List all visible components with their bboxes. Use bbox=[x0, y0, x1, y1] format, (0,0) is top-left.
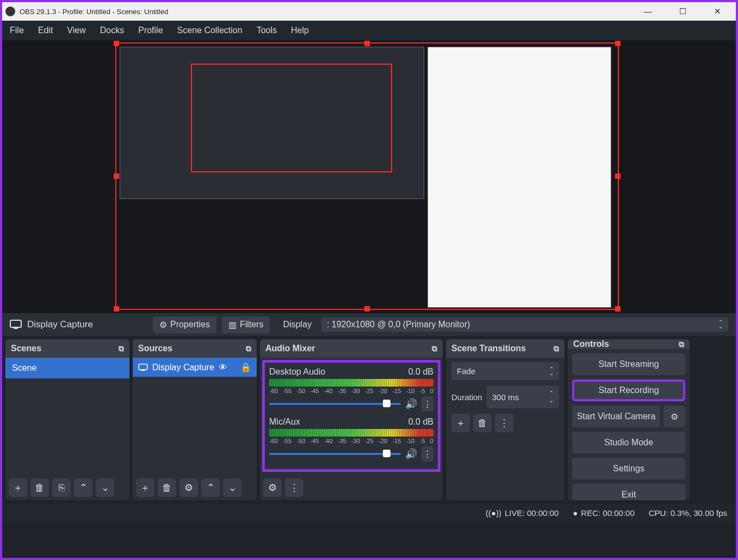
menubar: File Edit View Docks Profile Scene Colle… bbox=[2, 21, 736, 40]
obs-logo-icon bbox=[5, 7, 15, 16]
add-transition-button[interactable]: ＋ bbox=[451, 414, 470, 432]
properties-button[interactable]: ⚙ Properties bbox=[153, 316, 216, 333]
popout-icon[interactable]: ⧉ bbox=[679, 340, 684, 349]
move-source-up-button[interactable]: ⌃ bbox=[201, 478, 220, 497]
close-button[interactable]: ✕ bbox=[706, 7, 728, 16]
scene-transitions-panel: Scene Transitions ⧉ Fade ⌃⌄ Duration 300… bbox=[446, 339, 565, 500]
delete-transition-button[interactable]: 🗑 bbox=[473, 414, 492, 432]
filters-button[interactable]: ▥ Filters bbox=[222, 316, 270, 333]
lock-icon[interactable]: 🔒 bbox=[240, 362, 251, 372]
vu-ticks: -60-55-50-45-40-35-30-25-20-15-10-50 bbox=[269, 438, 433, 444]
channel-level: 0.0 dB bbox=[408, 417, 433, 427]
menu-tools[interactable]: Tools bbox=[257, 26, 277, 35]
source-item-label: Display Capture bbox=[152, 363, 214, 372]
live-status: LIVE: 00:00:00 bbox=[505, 508, 559, 518]
scene-filter-button[interactable]: ⎘ bbox=[52, 478, 71, 497]
vu-meter bbox=[269, 429, 433, 437]
source-item[interactable]: Display Capture 👁 🔒 bbox=[133, 358, 257, 377]
popout-icon[interactable]: ⧉ bbox=[119, 344, 124, 353]
current-source-label: Display Capture bbox=[27, 319, 93, 330]
controls-panel: Controls ⧉ Start Streaming Start Recordi… bbox=[568, 339, 690, 500]
exit-button[interactable]: Exit bbox=[572, 484, 685, 500]
audio-mixer-highlight: Desktop Audio 0.0 dB -60-55-50-45-40-35-… bbox=[262, 360, 441, 472]
mixer-channel-desktop: Desktop Audio 0.0 dB -60-55-50-45-40-35-… bbox=[269, 367, 433, 412]
menu-view[interactable]: View bbox=[67, 26, 85, 35]
vu-ticks: -60-55-50-45-40-35-30-25-20-15-10-50 bbox=[269, 388, 433, 394]
transition-menu-button[interactable]: ⋮ bbox=[495, 414, 513, 432]
move-scene-down-button[interactable]: ⌄ bbox=[96, 478, 114, 497]
channel-menu-button[interactable]: ⋮ bbox=[421, 396, 433, 412]
mixer-settings-button[interactable]: ⚙ bbox=[263, 478, 282, 497]
channel-name: Desktop Audio bbox=[269, 367, 325, 377]
display-label: Display bbox=[283, 320, 311, 329]
eye-icon[interactable]: 👁 bbox=[219, 363, 227, 372]
menu-help[interactable]: Help bbox=[291, 26, 309, 35]
rec-status: REC: 00:00:00 bbox=[581, 508, 634, 518]
audio-mixer-title: Audio Mixer bbox=[265, 344, 315, 353]
popout-icon[interactable]: ⧉ bbox=[554, 344, 559, 353]
virtual-camera-settings-button[interactable]: ⚙ bbox=[663, 406, 685, 427]
popout-icon[interactable]: ⧉ bbox=[432, 344, 437, 353]
record-dot-icon: ● bbox=[573, 508, 578, 518]
speaker-icon[interactable]: 🔊 bbox=[405, 448, 417, 460]
mixer-menu-button[interactable]: ⋮ bbox=[285, 478, 303, 497]
broadcast-icon: ((●)) bbox=[486, 508, 501, 518]
settings-button[interactable]: Settings bbox=[572, 458, 685, 480]
studio-mode-button[interactable]: Studio Mode bbox=[572, 432, 685, 453]
preview-canvas[interactable] bbox=[2, 40, 736, 313]
window-title: OBS 29.1.3 - Profile: Untitled - Scenes:… bbox=[20, 8, 637, 16]
svg-rect-3 bbox=[141, 370, 145, 371]
move-source-down-button[interactable]: ⌄ bbox=[223, 478, 241, 497]
delete-source-button[interactable]: 🗑 bbox=[158, 478, 176, 497]
chevron-updown-icon: ⌃⌄ bbox=[549, 367, 554, 376]
stepper-updown-icon: ⌃⌄ bbox=[549, 390, 554, 404]
menu-scene-collection[interactable]: Scene Collection bbox=[177, 26, 243, 35]
display-select-value: : 1920x1080 @ 0,0 (Primary Monitor) bbox=[327, 320, 470, 329]
scenes-panel: Scenes ⧉ Scene ＋ 🗑 ⎘ ⌃ ⌄ bbox=[5, 339, 129, 500]
channel-level: 0.0 dB bbox=[408, 367, 433, 377]
delete-scene-button[interactable]: 🗑 bbox=[30, 478, 49, 497]
menu-profile[interactable]: Profile bbox=[138, 26, 163, 35]
duration-value: 300 ms bbox=[492, 393, 519, 402]
properties-label: Properties bbox=[170, 320, 210, 329]
monitor-icon bbox=[138, 364, 148, 371]
source-toolbar: Display Capture ⚙ Properties ▥ Filters D… bbox=[2, 313, 736, 336]
source-settings-button[interactable]: ⚙ bbox=[179, 478, 198, 497]
move-scene-up-button[interactable]: ⌃ bbox=[74, 478, 92, 497]
start-virtual-camera-button[interactable]: Start Virtual Camera bbox=[572, 406, 660, 427]
statusbar: ((●))LIVE: 00:00:00 ●REC: 00:00:00 CPU: … bbox=[2, 503, 736, 522]
volume-slider[interactable] bbox=[269, 403, 401, 405]
add-scene-button[interactable]: ＋ bbox=[9, 478, 27, 497]
start-streaming-button[interactable]: Start Streaming bbox=[572, 353, 685, 375]
scene-item[interactable]: Scene bbox=[5, 358, 129, 378]
start-recording-button[interactable]: Start Recording bbox=[572, 379, 685, 401]
sources-panel: Sources ⧉ Display Capture 👁 🔒 ＋ 🗑 ⚙ ⌃ ⌄ bbox=[133, 339, 257, 500]
duration-stepper[interactable]: 300 ms ⌃⌄ bbox=[487, 385, 559, 408]
maximize-button[interactable]: ☐ bbox=[672, 7, 693, 16]
controls-title: Controls bbox=[573, 339, 609, 349]
volume-slider[interactable] bbox=[269, 453, 401, 455]
display-select[interactable]: : 1920x1080 @ 0,0 (Primary Monitor) ⌃⌄ bbox=[321, 318, 728, 332]
transition-type-value: Fade bbox=[457, 366, 475, 376]
transition-type-select[interactable]: Fade ⌃⌄ bbox=[451, 362, 559, 380]
scenes-title: Scenes bbox=[11, 344, 41, 353]
svg-rect-0 bbox=[10, 320, 21, 327]
minimize-button[interactable]: — bbox=[637, 7, 659, 16]
menu-docks[interactable]: Docks bbox=[100, 26, 124, 35]
cpu-status: CPU: 0.3%, 30.00 fps bbox=[649, 508, 727, 518]
filters-label: Filters bbox=[240, 320, 264, 329]
menu-file[interactable]: File bbox=[10, 26, 24, 35]
gear-icon: ⚙ bbox=[159, 320, 167, 330]
add-source-button[interactable]: ＋ bbox=[136, 478, 154, 497]
duration-label: Duration bbox=[451, 393, 482, 402]
monitor-icon bbox=[10, 320, 22, 329]
channel-menu-button[interactable]: ⋮ bbox=[421, 446, 433, 462]
titlebar: OBS 29.1.3 - Profile: Untitled - Scenes:… bbox=[2, 2, 736, 21]
menu-edit[interactable]: Edit bbox=[38, 26, 53, 35]
transitions-title: Scene Transitions bbox=[451, 344, 526, 353]
popout-icon[interactable]: ⧉ bbox=[246, 344, 251, 353]
svg-rect-1 bbox=[14, 328, 18, 329]
speaker-icon[interactable]: 🔊 bbox=[405, 398, 417, 410]
channel-name: Mic/Aux bbox=[269, 417, 300, 427]
sources-title: Sources bbox=[138, 344, 172, 353]
